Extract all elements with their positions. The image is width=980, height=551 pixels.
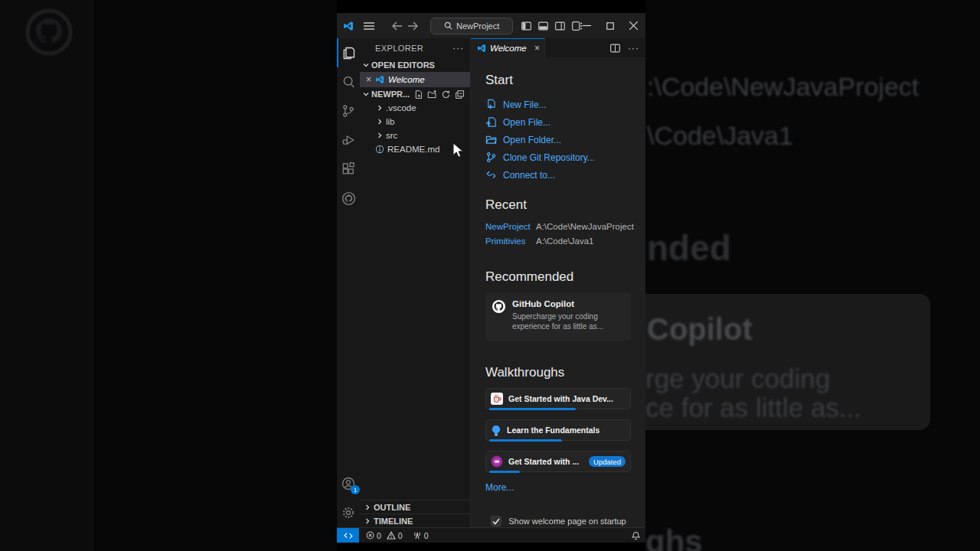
start-open-folder[interactable]: Open Folder... <box>485 131 632 148</box>
customize-layout-icon[interactable] <box>572 21 583 31</box>
new-folder-icon[interactable] <box>427 90 437 99</box>
activitybar-explorer[interactable] <box>337 38 360 67</box>
start-item-label: New File... <box>503 99 547 110</box>
start-new-file[interactable]: New File... <box>485 96 632 113</box>
open-folder-icon <box>485 134 497 145</box>
collapse-all-icon[interactable] <box>455 90 465 99</box>
toggle-secondary-sidebar-icon[interactable] <box>555 21 565 31</box>
chevron-right-icon <box>377 132 383 139</box>
walkthrough-label: Get Started with ... <box>508 457 579 466</box>
activitybar-github[interactable] <box>337 184 360 213</box>
menu-hamburger-icon[interactable] <box>361 18 376 34</box>
toggle-sidebar-icon[interactable] <box>521 21 531 31</box>
remote-indicator[interactable] <box>337 528 359 543</box>
walkthrough-label: Get Started with Java Dev... <box>508 394 613 403</box>
github-icon <box>341 191 357 207</box>
title-bar: NewProject <box>337 13 645 38</box>
bg-fragment-desc1: rge your coding <box>645 364 830 394</box>
recent-item-primitivies[interactable]: Primitivies A:\Code\Java1 <box>485 233 632 248</box>
editor-more-actions[interactable]: ··· <box>628 43 639 54</box>
problems-indicator[interactable]: 0 0 <box>366 531 403 540</box>
warning-count: 0 <box>398 531 403 540</box>
walkthrough-get-started[interactable]: Get Started with ... Updated <box>485 451 631 472</box>
recent-path: A:\Code\NewJavaProject <box>536 222 634 231</box>
walkthroughs-more-link[interactable]: More... <box>485 482 632 493</box>
chevron-right-icon <box>364 518 371 524</box>
show-welcome-checkbox[interactable] <box>491 516 501 527</box>
copilot-extension-card[interactable]: GitHub Copilot Supercharge your coding e… <box>485 292 631 341</box>
open-file-icon <box>485 116 497 128</box>
tree-item-label: lib <box>386 117 395 126</box>
tab-label: Welcome <box>490 44 531 53</box>
folder-name-label: NEWPR... <box>371 90 410 99</box>
open-editors-section-header[interactable]: OPEN EDITORS <box>360 58 470 72</box>
background-right-blur: :\Code\NewJavaProject \Code\Java1 nded C… <box>645 0 980 551</box>
timeline-label: TIMELINE <box>374 517 413 526</box>
walkthrough-java-dev[interactable]: Get Started with Java Dev... <box>485 388 631 409</box>
notifications-bell[interactable] <box>632 531 645 540</box>
github-logo-icon <box>24 8 74 57</box>
close-tab-icon[interactable]: × <box>534 43 540 54</box>
bg-fragment-path1: :\Code\NewJavaProject <box>647 72 919 102</box>
tab-welcome[interactable]: Welcome × <box>471 38 545 57</box>
close-editor-icon[interactable]: × <box>366 74 371 85</box>
recent-link[interactable]: NewProject <box>485 222 536 231</box>
open-editor-welcome-row[interactable]: × Welcome <box>360 72 470 87</box>
chevron-right-icon <box>364 504 371 510</box>
folder-section-header[interactable]: NEWPR... <box>360 87 470 101</box>
start-open-file[interactable]: Open File... <box>485 113 632 131</box>
start-item-label: Clone Git Repository... <box>503 152 595 163</box>
tree-item-label: .vscode <box>386 103 416 112</box>
copilot-card-desc-line2: experience for as little as... <box>512 321 603 331</box>
ports-count: 0 <box>424 531 429 540</box>
chevron-right-icon <box>377 105 383 111</box>
activitybar-source-control[interactable] <box>337 96 360 126</box>
outline-section-header[interactable]: OUTLINE <box>360 500 470 514</box>
recent-item-newproject[interactable]: NewProject A:\Code\NewJavaProject <box>485 219 632 233</box>
tree-item-lib[interactable]: lib <box>360 115 470 129</box>
start-connect-to[interactable]: Connect to... <box>485 166 632 184</box>
split-editor-icon[interactable] <box>610 44 620 53</box>
extensions-icon <box>341 161 356 177</box>
bg-fragment-recommended: nded <box>647 227 731 269</box>
start-clone-repo[interactable]: Clone Git Repository... <box>485 148 632 166</box>
open-editors-label: OPEN EDITORS <box>371 60 435 70</box>
error-icon <box>366 531 374 540</box>
maximize-button[interactable] <box>606 22 614 30</box>
activitybar-extensions[interactable] <box>337 155 360 184</box>
lightbulb-icon <box>491 425 501 436</box>
minimize-button[interactable] <box>583 21 591 30</box>
mouse-cursor <box>452 142 466 159</box>
files-icon <box>341 45 357 61</box>
walkthrough-fundamentals[interactable]: Learn the Fundamentals <box>485 419 631 441</box>
activitybar-search[interactable] <box>337 67 360 96</box>
toggle-panel-icon[interactable] <box>538 21 548 31</box>
tab-bar: Welcome × ··· <box>471 38 645 57</box>
nav-forward-button[interactable] <box>405 18 420 34</box>
github-copilot-icon <box>492 299 506 314</box>
nav-back-button[interactable] <box>390 18 404 34</box>
close-window-button[interactable] <box>629 21 638 30</box>
recommended-heading: Recommended <box>485 269 632 285</box>
sidebar-more-actions[interactable]: ··· <box>452 43 464 54</box>
startup-checkbox-label: Show welcome page on startup <box>508 517 626 526</box>
error-count: 0 <box>377 531 381 540</box>
startup-checkbox-row[interactable]: Show welcome page on startup <box>485 516 632 527</box>
sidebar-title: EXPLORER <box>375 44 423 53</box>
recent-link[interactable]: Primitivies <box>485 236 536 246</box>
tree-item-src[interactable]: src <box>360 129 470 142</box>
explorer-sidebar: EXPLORER ··· OPEN EDITORS × Welcome NEWP… <box>360 38 470 527</box>
activitybar-settings[interactable] <box>337 498 360 527</box>
bg-fragment-path2: \Code\Java1 <box>647 121 793 151</box>
refresh-icon[interactable] <box>441 90 451 99</box>
activitybar-run-debug[interactable] <box>337 126 360 155</box>
timeline-section-header[interactable]: TIMELINE <box>360 514 470 527</box>
recent-heading: Recent <box>485 197 632 213</box>
command-center-search[interactable]: NewProject <box>430 18 513 34</box>
ports-indicator[interactable]: 0 <box>413 531 429 540</box>
outline-label: OUTLINE <box>374 503 410 512</box>
background-activitybar-blur <box>0 0 93 551</box>
activitybar-accounts[interactable]: 1 <box>337 469 360 498</box>
tree-item-vscode[interactable]: .vscode <box>360 101 470 115</box>
new-file-icon[interactable] <box>413 90 423 99</box>
